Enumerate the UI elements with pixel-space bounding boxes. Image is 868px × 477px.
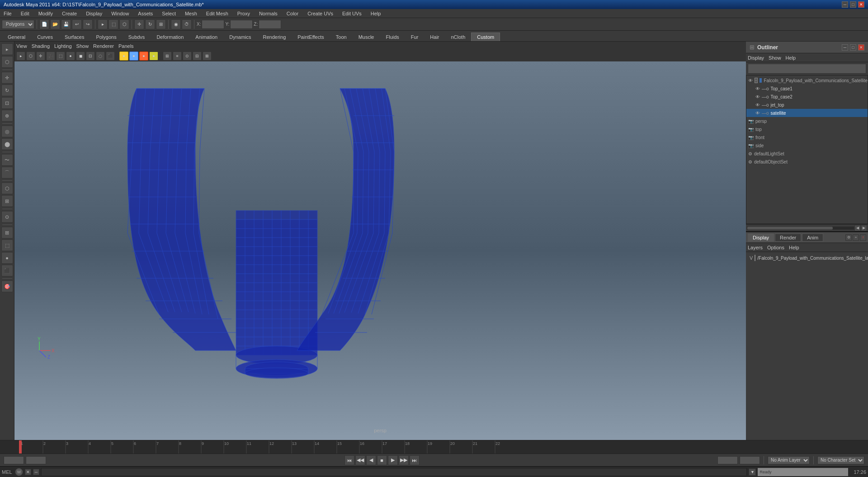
scroll-left-btn[interactable]: ◀	[854, 225, 861, 231]
playback-end-input[interactable]: 48.00	[740, 456, 760, 464]
outliner-horizontal-scrollbar[interactable]: ◀ ▶	[746, 224, 868, 231]
mel-icon[interactable]: M	[15, 468, 23, 476]
tab-toon[interactable]: Toon	[330, 33, 353, 41]
grid-button[interactable]: ⊞	[1, 227, 13, 238]
viewport-menu-show[interactable]: Show	[76, 43, 89, 49]
camera-focus-button[interactable]: 🎯	[1, 281, 13, 292]
vp-tb-paint[interactable]: ⬡	[26, 51, 35, 61]
history-button[interactable]: ⏱	[182, 19, 192, 29]
timeline[interactable]: 1 2 3 4 5 6 7 8 9 10 11	[0, 440, 868, 454]
vp-tb-grid[interactable]: ⊞	[163, 51, 172, 61]
select-mode-button[interactable]: ▸	[1, 43, 13, 55]
scroll-right-btn[interactable]: ▶	[861, 225, 867, 231]
viewport-menu-view[interactable]: View	[16, 43, 27, 49]
tab-polygons[interactable]: Polygons	[90, 33, 122, 41]
tab-animation[interactable]: Animation	[189, 33, 223, 41]
soft-select-button[interactable]: ◎	[1, 126, 13, 137]
outliner-maximize-button[interactable]: □	[850, 44, 856, 51]
play-back-button[interactable]: ◀	[366, 455, 376, 465]
command-input[interactable]	[41, 468, 747, 476]
tab-hair[interactable]: Hair	[424, 33, 445, 41]
display-sub-options[interactable]: Options	[767, 245, 784, 250]
tab-fur[interactable]: Fur	[405, 33, 425, 41]
z-coord-input[interactable]	[259, 20, 281, 29]
stop-button[interactable]: ■	[377, 455, 387, 465]
tab-rendering[interactable]: Rendering	[257, 33, 292, 41]
wireframe-button[interactable]: ⬚	[1, 239, 13, 251]
redo-button[interactable]: ↪	[83, 19, 93, 29]
viewport-menu-panels[interactable]: Panels	[118, 43, 134, 49]
vp-tb-light3[interactable]: ●	[139, 51, 148, 61]
tab-fluids[interactable]: Fluids	[380, 33, 405, 41]
outliner-menu-show[interactable]: Show	[769, 55, 781, 61]
vp-tb-smooth-shade[interactable]: ●	[66, 51, 75, 61]
tree-item-front-cam[interactable]: 📷 front	[746, 133, 868, 141]
scale-tool[interactable]: ⊞	[156, 19, 166, 29]
smooth-button[interactable]: ●	[1, 252, 13, 264]
polygon-button[interactable]: ⬡	[1, 182, 13, 194]
vp-tb-select[interactable]: ▸	[16, 51, 25, 61]
step-back-button[interactable]: ◀◀	[355, 455, 365, 465]
menu-proxy[interactable]: Proxy	[236, 10, 252, 17]
paint-select-button[interactable]: ⬡	[1, 56, 13, 68]
menu-edit-uvs[interactable]: Edit UVs	[340, 10, 363, 17]
tree-item-top-case2[interactable]: 👁 —o Top_case2	[746, 93, 868, 101]
menu-color[interactable]: Color	[285, 10, 300, 17]
play-forward-button[interactable]: ▶	[388, 455, 398, 465]
vp-tb-light1[interactable]: ●	[119, 51, 128, 61]
display-panel-options-btn[interactable]: ⚙	[845, 234, 852, 241]
display-panel-more-btn[interactable]: +	[853, 234, 859, 241]
display-tab-render[interactable]: Render	[775, 234, 801, 242]
tab-surfaces[interactable]: Surfaces	[59, 33, 90, 41]
tree-item-persp[interactable]: 📷 persp	[746, 117, 868, 125]
tab-painteffects[interactable]: PaintEffects	[292, 33, 330, 41]
vp-tb-flat[interactable]: ◼	[76, 51, 85, 61]
paint-select-tool[interactable]: ⬡	[119, 19, 129, 29]
rotate-button[interactable]: ↻	[1, 84, 13, 96]
menu-create[interactable]: Create	[60, 10, 79, 17]
character-set-select[interactable]: No Character Set	[817, 456, 864, 464]
append-polygon-button[interactable]: ⊞	[1, 195, 13, 207]
vp-tb-cam[interactable]: 🎥	[46, 51, 55, 61]
tab-general[interactable]: General	[2, 33, 31, 41]
close-button[interactable]: ✕	[858, 1, 864, 8]
vp-tb-light2[interactable]: ●	[129, 51, 138, 61]
tree-item-top-case1[interactable]: 👁 —o Top_case1	[746, 84, 868, 93]
curve-tool-button[interactable]: 〜	[1, 154, 13, 166]
menu-display[interactable]: Display	[84, 10, 104, 17]
outliner-menu-help[interactable]: Help	[786, 55, 796, 61]
tree-item-default-light-set[interactable]: ⚙ defaultLightSet	[746, 150, 868, 158]
outliner-minimize-button[interactable]: ─	[842, 44, 848, 51]
outliner-menu-display[interactable]: Display	[748, 55, 764, 61]
tab-dynamics[interactable]: Dynamics	[223, 33, 257, 41]
menu-window[interactable]: Window	[109, 10, 131, 17]
layer-color-swatch[interactable]	[755, 255, 755, 261]
viewport-menu-renderer[interactable]: Renderer	[93, 43, 114, 49]
menu-edit[interactable]: Edit	[19, 10, 31, 17]
vp-tb-move[interactable]: ✛	[36, 51, 45, 61]
tab-curves[interactable]: Curves	[31, 33, 59, 41]
ep-curve-button[interactable]: ⌒	[1, 167, 13, 178]
sculpt-button[interactable]: ⬤	[1, 138, 13, 150]
tree-item-root[interactable]: 👁 - Falcoln_9_Payload_with_Communication…	[746, 76, 868, 84]
new-scene-button[interactable]: 📄	[39, 19, 49, 29]
soft-mod-tool[interactable]: ◉	[171, 19, 181, 29]
texture-button[interactable]: ⬛	[1, 265, 13, 276]
menu-normals[interactable]: Normals	[257, 10, 279, 17]
vp-tb-layout[interactable]: ⊠	[203, 51, 212, 61]
scale-button[interactable]: ⊡	[1, 97, 13, 109]
cmd-history-button[interactable]: ▼	[749, 468, 756, 476]
cmd-clear-button[interactable]: ✕	[25, 469, 31, 475]
vp-tb-hud[interactable]: ≡	[173, 51, 182, 61]
menu-create-uvs[interactable]: Create UVs	[306, 10, 335, 17]
tree-item-top-cam[interactable]: 📷 top	[746, 125, 868, 133]
rotate-tool[interactable]: ↻	[145, 19, 155, 29]
menu-file[interactable]: File	[2, 10, 14, 17]
universal-manipulator-button[interactable]: ⊕	[1, 110, 13, 122]
current-frame-input[interactable]: 1.00	[26, 456, 46, 464]
mode-select[interactable]: Polygons	[2, 20, 34, 29]
x-coord-input[interactable]	[202, 20, 224, 29]
menu-modify[interactable]: Modify	[37, 10, 55, 17]
menu-assets[interactable]: Assets	[136, 10, 155, 17]
viewport-menu-shading[interactable]: Shading	[32, 43, 50, 49]
